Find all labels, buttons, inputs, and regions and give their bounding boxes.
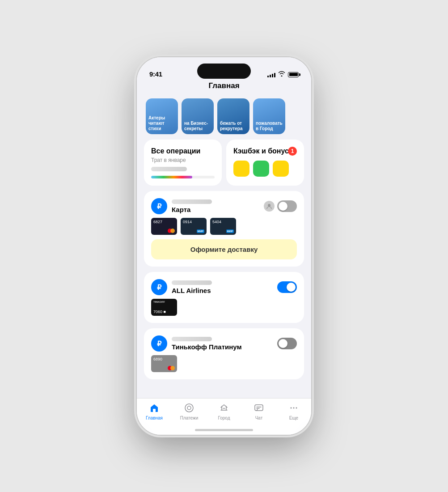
account-toggle-3[interactable] xyxy=(277,338,297,349)
signal-bar-1 xyxy=(267,76,269,77)
account-icon-symbol-3: ₽ xyxy=(157,339,161,348)
account-name-3: Тинькофф Платинум xyxy=(172,343,242,351)
toggle-knob-1 xyxy=(279,202,287,211)
card-number-6827: 6827 xyxy=(153,220,175,224)
wifi-icon xyxy=(278,71,285,78)
main-scroll[interactable]: Актеры читают стихи на Бизнес-секреты бе… xyxy=(137,95,311,435)
svg-point-0 xyxy=(268,204,270,207)
svg-rect-4 xyxy=(255,405,263,411)
mini-card-6827[interactable]: 6827 xyxy=(151,218,177,235)
widgets-row: Все операции Трат в январе Кэшбэк и бону… xyxy=(137,140,311,191)
tab-city[interactable]: Город xyxy=(207,402,241,420)
signal-bar-3 xyxy=(272,74,273,77)
status-icons xyxy=(267,71,299,78)
svg-point-2 xyxy=(185,404,193,412)
phone-shell: 9:41 Главная xyxy=(137,57,311,435)
mini-card-5404[interactable]: 5404 МИР xyxy=(210,218,236,235)
story-label-1: Актеры читают стихи xyxy=(148,115,175,131)
account-icon-3: ₽ xyxy=(151,335,167,352)
tab-city-label: Город xyxy=(218,416,230,420)
city-icon xyxy=(218,402,230,414)
cards-list-1: 6827 0914 МИР xyxy=(151,218,297,235)
operations-title: Все операции xyxy=(151,147,215,155)
delivery-banner-text: Оформите доставку xyxy=(190,246,258,253)
svg-point-3 xyxy=(187,406,191,410)
more-icon xyxy=(288,402,300,414)
cashback-dot-2 xyxy=(253,161,269,177)
signal-bar-2 xyxy=(270,75,271,77)
card-number-6890: 6890 xyxy=(153,357,175,361)
account-toggle-2[interactable] xyxy=(277,281,297,293)
stories-row[interactable]: Актеры читают стихи на Бизнес-секреты бе… xyxy=(137,95,311,140)
cards-list-3: 6890 xyxy=(151,355,297,372)
tab-more-label: Еще xyxy=(289,416,298,420)
mini-card-6890[interactable]: 6890 xyxy=(151,355,177,372)
account-right-2 xyxy=(277,281,297,293)
account-section-2[interactable]: ₽ ALL Airlines TI xyxy=(144,272,304,323)
signal-bars-icon xyxy=(267,72,275,77)
story-label-2: на Бизнес-секреты xyxy=(184,121,211,131)
signal-bar-4 xyxy=(274,73,275,77)
account-section-3[interactable]: ₽ Тинькофф Платинум xyxy=(144,328,304,379)
operations-progress-fill xyxy=(151,176,192,178)
cashback-widget[interactable]: Кэшбэк и бонусы 1 xyxy=(226,140,304,186)
story-item-1[interactable]: Актеры читают стихи xyxy=(146,98,178,134)
home-icon xyxy=(148,402,160,414)
operations-amount-blur xyxy=(151,167,187,171)
account-info-3: Тинькофф Платинум xyxy=(172,337,242,351)
cashback-dot-1 xyxy=(233,161,249,177)
operations-subtitle: Трат в январе xyxy=(151,157,215,163)
card-logo-mir-1: МИР xyxy=(183,229,204,233)
dynamic-island xyxy=(197,64,251,79)
page-title: Главная xyxy=(208,81,239,90)
tab-more[interactable]: Еще xyxy=(276,402,311,420)
card-logo-mc xyxy=(153,229,175,233)
tab-payments[interactable]: Платежи xyxy=(172,402,207,420)
chat-icon xyxy=(253,402,265,414)
operations-widget[interactable]: Все операции Трат в январе xyxy=(144,140,222,186)
account-toggle-1[interactable] xyxy=(277,200,297,212)
story-item-4[interactable]: пожаловать в Город xyxy=(253,98,285,134)
battery-icon xyxy=(288,72,299,77)
tab-payments-label: Платежи xyxy=(180,416,199,420)
delivery-banner[interactable]: Оформите доставку xyxy=(151,239,297,259)
tab-home-label: Главная xyxy=(146,416,163,420)
account-header-2: ₽ ALL Airlines xyxy=(151,279,297,295)
cashback-badge: 1 xyxy=(288,147,297,156)
svg-point-5 xyxy=(291,407,292,409)
account-info-2: ALL Airlines xyxy=(172,280,212,294)
account-right-1 xyxy=(264,200,297,212)
card-number-0914: 0914 xyxy=(183,220,204,224)
mini-card-0914[interactable]: 0914 МИР xyxy=(181,218,207,235)
story-label-3: бежать от рекрутера xyxy=(220,121,247,131)
tab-chat[interactable]: Чат xyxy=(241,402,276,420)
story-item-2[interactable]: на Бизнес-секреты xyxy=(182,98,214,134)
svg-rect-1 xyxy=(153,409,156,412)
account-name-1: Карта xyxy=(172,206,212,213)
card-number-5404: 5404 xyxy=(212,220,234,224)
toggle-knob-2 xyxy=(287,283,296,292)
account-avatar-1 xyxy=(264,201,275,212)
account-left-3: ₽ Тинькофф Платинум xyxy=(151,335,242,352)
cashback-title: Кэшбэк и бонусы xyxy=(233,147,297,155)
account-balance-blur-2 xyxy=(172,280,212,285)
account-name-2: ALL Airlines xyxy=(172,287,212,294)
account-balance-blur-1 xyxy=(172,199,212,204)
story-item-3[interactable]: бежать от рекрутера xyxy=(217,98,249,134)
card-number-7060: 7060 ■ xyxy=(153,310,175,314)
svg-point-6 xyxy=(293,407,295,409)
account-header-3: ₽ Тинькофф Платинум xyxy=(151,335,297,352)
screen-content: Главная Актеры читают стихи на Бизнес-се… xyxy=(137,57,311,435)
tab-chat-label: Чат xyxy=(255,416,263,420)
account-left-2: ₽ ALL Airlines xyxy=(151,279,212,295)
cashback-dots xyxy=(233,161,297,177)
toggle-knob-3 xyxy=(279,339,287,348)
tab-home[interactable]: Главная xyxy=(137,402,172,420)
payments-icon xyxy=(183,402,195,414)
account-icon-2: ₽ xyxy=(151,279,167,295)
account-header-1: ₽ Карта xyxy=(151,198,297,214)
account-right-3 xyxy=(277,338,297,349)
account-section-1[interactable]: ₽ Карта xyxy=(144,191,304,267)
cashback-dot-3 xyxy=(273,161,289,177)
mini-card-7060[interactable]: TINKOFF 7060 ■ xyxy=(151,299,177,316)
